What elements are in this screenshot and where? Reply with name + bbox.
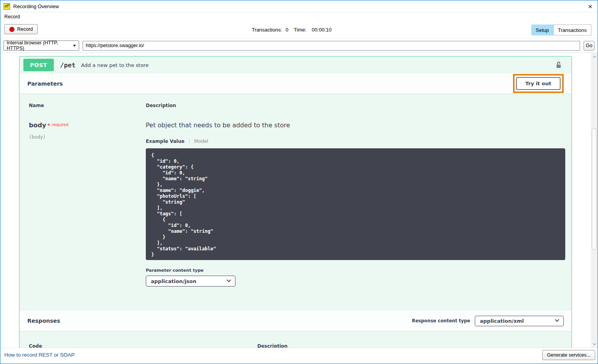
record-button-label: Record (17, 26, 33, 32)
response-content-type-value: application/xml (480, 318, 524, 324)
close-icon[interactable]: × (585, 2, 595, 11)
tab-transactions[interactable]: Transactions (553, 25, 591, 35)
parameter-name: body (29, 121, 46, 129)
toolbar: Record Transactions: 0 Time: 00:00:10 Se… (0, 21, 598, 38)
parameters-title: Parameters (27, 81, 63, 87)
model-example-tabs: Example Value Model (146, 138, 565, 144)
tab-example-value[interactable]: Example Value (146, 139, 184, 144)
responses-table: Code Description (19, 331, 571, 348)
time-value: 00:00:10 (312, 27, 332, 33)
dropdown-arrow-icon (73, 45, 76, 47)
parameter-name-cell: body*required (body) (29, 121, 146, 287)
parameter-content-type-label: Parameter content type (146, 268, 565, 273)
responses-title: Responses (27, 318, 60, 324)
example-json-block[interactable]: { "id": 0, "category": { "id": 0, "name"… (146, 148, 565, 260)
opblock-summary[interactable]: POST /pet Add a new pet to the store (19, 56, 571, 74)
window-title: Recording Overview (13, 4, 59, 9)
parameter-location: (body) (29, 134, 146, 140)
transactions-label: Transactions: (252, 27, 282, 33)
app-icon (4, 3, 10, 10)
vertical-scrollbar[interactable] (591, 53, 598, 348)
code-column-header: Code (29, 343, 42, 348)
menu-bar: Record (0, 13, 598, 21)
tab-divider (189, 138, 189, 144)
browser-viewport: POST /pet Add a new pet to the store Par… (0, 53, 598, 348)
recording-counters: Transactions: 0 Time: 00:00:10 (252, 21, 331, 38)
generate-services-button[interactable]: Generate services... (542, 350, 595, 360)
required-star: * (47, 122, 50, 128)
parameters-section-header: Parameters Try it out (19, 74, 571, 93)
record-button[interactable]: Record (4, 24, 38, 34)
browser-type-value: Internal browser (HTTP, HTTPS) (7, 40, 73, 51)
transactions-value: 0 (286, 27, 288, 33)
menu-record[interactable]: Record (0, 13, 24, 21)
required-label: required (52, 123, 69, 127)
method-badge: POST (23, 59, 54, 71)
parameter-content-type-value: application/json (151, 278, 196, 284)
browser-type-select[interactable]: Internal browser (HTTP, HTTPS) (4, 40, 79, 51)
response-description-column-header: Description (257, 343, 288, 348)
endpoint-path: /pet (60, 62, 76, 69)
title-bar: Recording Overview × (0, 0, 598, 12)
footer-bar: How to record REST or SOAP Generate serv… (0, 348, 598, 364)
scrollbar-thumb[interactable] (592, 128, 596, 250)
address-bar: Internal browser (HTTP, HTTPS) Go (0, 38, 598, 53)
tab-setup[interactable]: Setup (531, 25, 553, 35)
view-tabs: Setup Transactions (531, 25, 591, 35)
parameter-description-cell: Pet object that needs to be added to the… (146, 121, 565, 287)
how-to-record-link[interactable]: How to record REST or SOAP (4, 352, 75, 358)
time-label: Time: (294, 27, 306, 33)
record-dot-icon (9, 27, 14, 32)
name-column-header: Name (29, 103, 146, 108)
url-input[interactable] (83, 41, 580, 51)
description-column-header: Description (146, 103, 565, 108)
response-content-type-group: Response content type application/xml (412, 316, 564, 326)
swagger-opblock-post-pet: POST /pet Add a new pet to the store Par… (19, 56, 572, 348)
example-json-text: { "id": 0, "category": { "id": 0, "name"… (151, 153, 560, 258)
responses-section-header: Responses Response content type applicat… (19, 311, 571, 331)
tab-model[interactable]: Model (194, 139, 208, 144)
try-it-out-button[interactable]: Try it out (516, 77, 561, 90)
auth-unlock-icon[interactable] (555, 61, 562, 69)
chevron-down-icon (226, 278, 231, 282)
response-content-type-label: Response content type (412, 318, 470, 324)
endpoint-summary: Add a new pet to the store (81, 62, 149, 68)
parameters-table: Name Description body*required (body) Pe… (19, 93, 571, 287)
tryout-highlight-box: Try it out (513, 74, 564, 93)
parameter-content-type-select[interactable]: application/json (146, 276, 235, 287)
scroll-up-icon[interactable] (591, 53, 598, 60)
parameter-description: Pet object that needs to be added to the… (146, 121, 565, 129)
recording-overview-window: Recording Overview × Record Record Trans… (0, 0, 598, 364)
chevron-down-icon (555, 318, 559, 322)
scroll-down-icon[interactable] (591, 341, 598, 347)
go-button[interactable]: Go (584, 41, 594, 51)
response-content-type-select[interactable]: application/xml (475, 316, 564, 326)
